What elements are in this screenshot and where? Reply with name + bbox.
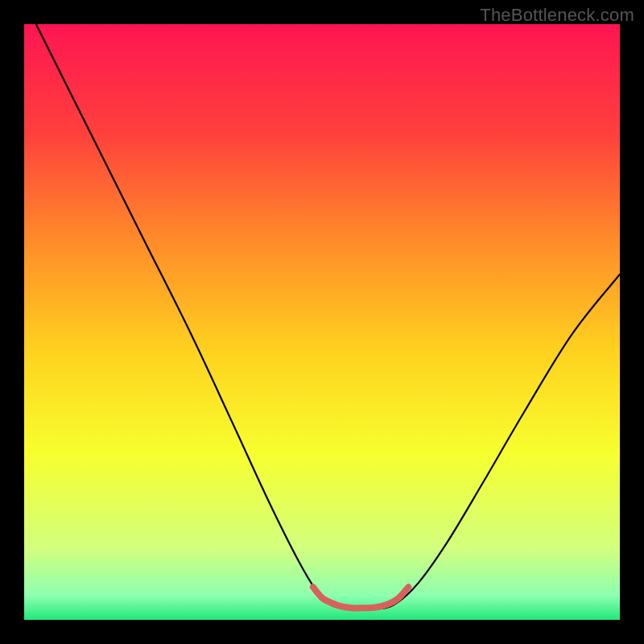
bottleneck-chart: [24, 24, 620, 620]
chart-background: [24, 24, 620, 620]
watermark-text: TheBottleneck.com: [480, 5, 634, 26]
chart-frame: TheBottleneck.com: [0, 0, 644, 644]
